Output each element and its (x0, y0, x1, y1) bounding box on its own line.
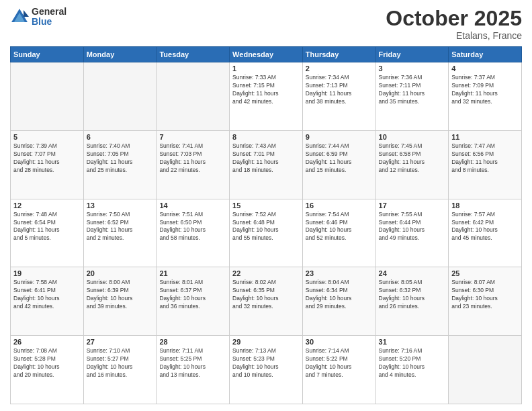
day-info: Sunrise: 7:41 AM Sunset: 7:03 PM Dayligh… (159, 142, 226, 175)
logo-general: General (32, 7, 66, 17)
day-number: 5 (13, 133, 81, 141)
table-cell: 26Sunrise: 7:08 AM Sunset: 5:28 PM Dayli… (11, 336, 84, 404)
month-title: October 2025 (386, 7, 522, 30)
day-number: 12 (13, 201, 81, 210)
day-info: Sunrise: 7:37 AM Sunset: 7:09 PM Dayligh… (451, 74, 519, 106)
day-info: Sunrise: 7:47 AM Sunset: 6:56 PM Dayligh… (451, 142, 519, 175)
table-cell (449, 336, 522, 404)
day-info: Sunrise: 8:05 AM Sunset: 6:32 PM Dayligh… (379, 279, 446, 311)
day-info: Sunrise: 7:14 AM Sunset: 5:22 PM Dayligh… (306, 347, 373, 379)
svg-marker-2 (24, 10, 29, 17)
col-tuesday: Tuesday (157, 47, 230, 62)
day-info: Sunrise: 8:07 AM Sunset: 6:30 PM Dayligh… (451, 279, 519, 311)
logo-icon (10, 7, 29, 26)
col-thursday: Thursday (302, 47, 375, 62)
day-info: Sunrise: 7:51 AM Sunset: 6:50 PM Dayligh… (159, 211, 226, 243)
day-number: 20 (87, 269, 154, 277)
day-number: 15 (232, 201, 300, 210)
table-cell: 30Sunrise: 7:14 AM Sunset: 5:22 PM Dayli… (302, 336, 375, 404)
table-cell: 6Sunrise: 7:40 AM Sunset: 7:05 PM Daylig… (83, 130, 157, 199)
day-number: 10 (379, 133, 446, 141)
week-row-1: 1Sunrise: 7:33 AM Sunset: 7:15 PM Daylig… (11, 62, 522, 131)
day-info: Sunrise: 7:39 AM Sunset: 7:07 PM Dayligh… (13, 142, 81, 175)
table-cell: 7Sunrise: 7:41 AM Sunset: 7:03 PM Daylig… (157, 130, 230, 199)
day-info: Sunrise: 7:33 AM Sunset: 7:15 PM Dayligh… (232, 74, 300, 106)
day-number: 28 (159, 338, 226, 346)
logo-blue: Blue (32, 17, 66, 27)
table-cell: 5Sunrise: 7:39 AM Sunset: 7:07 PM Daylig… (11, 130, 84, 199)
table-cell: 2Sunrise: 7:34 AM Sunset: 7:13 PM Daylig… (302, 62, 375, 131)
table-cell (83, 62, 157, 131)
day-number: 22 (232, 269, 300, 277)
table-cell: 17Sunrise: 7:55 AM Sunset: 6:44 PM Dayli… (375, 199, 449, 267)
day-number: 27 (87, 338, 154, 346)
table-cell (11, 62, 84, 131)
day-info: Sunrise: 7:34 AM Sunset: 7:13 PM Dayligh… (306, 74, 373, 106)
calendar-header-row: Sunday Monday Tuesday Wednesday Thursday… (11, 47, 522, 62)
day-info: Sunrise: 7:13 AM Sunset: 5:23 PM Dayligh… (232, 347, 300, 379)
table-cell: 24Sunrise: 8:05 AM Sunset: 6:32 PM Dayli… (375, 267, 449, 336)
table-cell: 28Sunrise: 7:11 AM Sunset: 5:25 PM Dayli… (157, 336, 230, 404)
day-info: Sunrise: 8:02 AM Sunset: 6:35 PM Dayligh… (232, 279, 300, 311)
table-cell: 16Sunrise: 7:54 AM Sunset: 6:46 PM Dayli… (302, 199, 375, 267)
table-cell: 27Sunrise: 7:10 AM Sunset: 5:27 PM Dayli… (83, 336, 157, 404)
table-cell: 12Sunrise: 7:48 AM Sunset: 6:54 PM Dayli… (11, 199, 84, 267)
header: General Blue October 2025 Etalans, Franc… (10, 7, 522, 41)
day-info: Sunrise: 7:54 AM Sunset: 6:46 PM Dayligh… (306, 211, 373, 243)
day-number: 2 (306, 64, 373, 73)
col-wednesday: Wednesday (230, 47, 303, 62)
table-cell: 11Sunrise: 7:47 AM Sunset: 6:56 PM Dayli… (449, 130, 522, 199)
table-cell: 9Sunrise: 7:44 AM Sunset: 6:59 PM Daylig… (302, 130, 375, 199)
day-info: Sunrise: 8:04 AM Sunset: 6:34 PM Dayligh… (306, 279, 373, 311)
calendar-table: Sunday Monday Tuesday Wednesday Thursday… (10, 46, 522, 404)
day-number: 3 (379, 64, 446, 73)
day-info: Sunrise: 7:08 AM Sunset: 5:28 PM Dayligh… (13, 347, 81, 379)
day-info: Sunrise: 7:40 AM Sunset: 7:05 PM Dayligh… (87, 142, 154, 175)
table-cell: 18Sunrise: 7:57 AM Sunset: 6:42 PM Dayli… (449, 199, 522, 267)
day-info: Sunrise: 7:10 AM Sunset: 5:27 PM Dayligh… (87, 347, 154, 379)
day-number: 30 (306, 338, 373, 346)
day-number: 11 (451, 133, 519, 141)
day-info: Sunrise: 7:44 AM Sunset: 6:59 PM Dayligh… (306, 142, 373, 175)
table-cell: 10Sunrise: 7:45 AM Sunset: 6:58 PM Dayli… (375, 130, 449, 199)
table-cell: 20Sunrise: 8:00 AM Sunset: 6:39 PM Dayli… (83, 267, 157, 336)
week-row-4: 19Sunrise: 7:58 AM Sunset: 6:41 PM Dayli… (11, 267, 522, 336)
week-row-5: 26Sunrise: 7:08 AM Sunset: 5:28 PM Dayli… (11, 336, 522, 404)
col-monday: Monday (83, 47, 157, 62)
day-number: 19 (13, 269, 81, 277)
table-cell: 8Sunrise: 7:43 AM Sunset: 7:01 PM Daylig… (230, 130, 303, 199)
day-number: 4 (451, 64, 519, 73)
day-number: 14 (159, 201, 226, 210)
day-info: Sunrise: 8:00 AM Sunset: 6:39 PM Dayligh… (87, 279, 154, 311)
day-info: Sunrise: 7:50 AM Sunset: 6:52 PM Dayligh… (87, 211, 154, 243)
day-number: 9 (306, 133, 373, 141)
table-cell: 1Sunrise: 7:33 AM Sunset: 7:15 PM Daylig… (230, 62, 303, 131)
table-cell: 14Sunrise: 7:51 AM Sunset: 6:50 PM Dayli… (157, 199, 230, 267)
table-cell: 21Sunrise: 8:01 AM Sunset: 6:37 PM Dayli… (157, 267, 230, 336)
day-info: Sunrise: 7:52 AM Sunset: 6:48 PM Dayligh… (232, 211, 300, 243)
col-sunday: Sunday (11, 47, 84, 62)
table-cell: 29Sunrise: 7:13 AM Sunset: 5:23 PM Dayli… (230, 336, 303, 404)
table-cell: 4Sunrise: 7:37 AM Sunset: 7:09 PM Daylig… (449, 62, 522, 131)
day-number: 7 (159, 133, 226, 141)
day-number: 21 (159, 269, 226, 277)
day-info: Sunrise: 7:36 AM Sunset: 7:11 PM Dayligh… (379, 74, 446, 106)
day-number: 18 (451, 201, 519, 210)
day-number: 23 (306, 269, 373, 277)
week-row-2: 5Sunrise: 7:39 AM Sunset: 7:07 PM Daylig… (11, 130, 522, 199)
table-cell (157, 62, 230, 131)
table-cell: 3Sunrise: 7:36 AM Sunset: 7:11 PM Daylig… (375, 62, 449, 131)
day-info: Sunrise: 7:43 AM Sunset: 7:01 PM Dayligh… (232, 142, 300, 175)
day-info: Sunrise: 7:57 AM Sunset: 6:42 PM Dayligh… (451, 211, 519, 243)
table-cell: 25Sunrise: 8:07 AM Sunset: 6:30 PM Dayli… (449, 267, 522, 336)
title-block: October 2025 Etalans, France (386, 7, 522, 41)
day-info: Sunrise: 8:01 AM Sunset: 6:37 PM Dayligh… (159, 279, 226, 311)
logo-text: General Blue (32, 7, 66, 28)
col-saturday: Saturday (449, 47, 522, 62)
day-number: 6 (87, 133, 154, 141)
table-cell: 23Sunrise: 8:04 AM Sunset: 6:34 PM Dayli… (302, 267, 375, 336)
table-cell: 15Sunrise: 7:52 AM Sunset: 6:48 PM Dayli… (230, 199, 303, 267)
table-cell: 22Sunrise: 8:02 AM Sunset: 6:35 PM Dayli… (230, 267, 303, 336)
day-info: Sunrise: 7:45 AM Sunset: 6:58 PM Dayligh… (379, 142, 446, 175)
day-info: Sunrise: 7:16 AM Sunset: 5:20 PM Dayligh… (379, 347, 446, 379)
